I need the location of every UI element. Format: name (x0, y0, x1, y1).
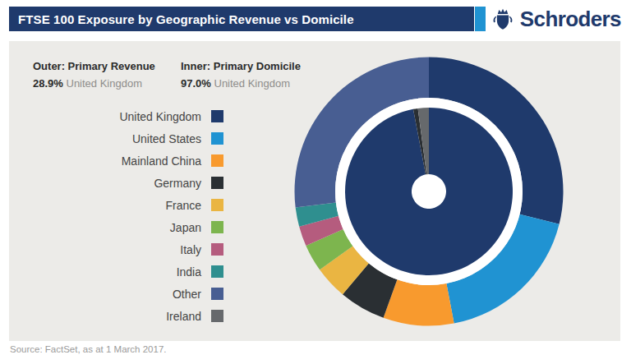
schroders-logo: Schroders (491, 6, 621, 32)
source-note: Source: FactSet, as at 1 March 2017. (10, 344, 167, 354)
legend-item-italy: Italy (9, 243, 223, 256)
legend-label: Ireland (166, 310, 201, 323)
outer-ring-stat-country: United Kingdom (67, 77, 143, 90)
legend-item-mainland-china: Mainland China (9, 154, 223, 167)
legend-swatch (211, 199, 223, 211)
legend-item-united-states: United States (9, 132, 223, 145)
legend: United KingdomUnited StatesMainland Chin… (9, 110, 223, 332)
header-bar: FTSE 100 Exposure by Geographic Revenue … (9, 7, 474, 31)
inner-ring-stat-value: 97.0% (181, 77, 211, 90)
legend-swatch (211, 288, 223, 300)
legend-label: United States (132, 132, 201, 145)
legend-label: Italy (180, 243, 201, 256)
legend-label: France (165, 199, 201, 212)
legend-label: India (177, 265, 201, 279)
chart-area (289, 52, 569, 331)
inner-ring-stat-line: 97.0% United Kingdom (181, 78, 301, 89)
legend-swatch (211, 221, 223, 233)
outer-ring-stat: Outer: Primary Revenue 28.9% United King… (33, 61, 155, 89)
legend-swatch (211, 132, 223, 145)
legend-swatch (211, 110, 223, 122)
header-accent-stripe (475, 7, 486, 31)
outer-ring-stat-value: 28.9% (33, 77, 63, 90)
brand-wordmark: Schroders (520, 6, 621, 32)
chart-panel: Outer: Primary Revenue 28.9% United King… (9, 41, 620, 341)
legend-swatch (211, 265, 223, 278)
legend-swatch (211, 154, 223, 167)
legend-item-ireland: Ireland (9, 310, 223, 322)
legend-item-other: Other (9, 288, 223, 300)
legend-item-germany: Germany (9, 177, 223, 189)
legend-swatch (211, 243, 223, 256)
inner-ring-stat: Inner: Primary Domicile 97.0% United Kin… (181, 61, 301, 89)
legend-label: Mainland China (122, 154, 201, 168)
legend-label: Germany (154, 177, 201, 190)
legend-label: Japan (170, 221, 201, 234)
legend-item-japan: Japan (9, 221, 223, 233)
legend-item-france: France (9, 199, 223, 211)
donut-chart (289, 52, 569, 331)
page-title: FTSE 100 Exposure by Geographic Revenue … (18, 12, 354, 26)
schroders-crest-icon (491, 7, 515, 31)
legend-item-united-kingdom: United Kingdom (9, 110, 223, 122)
legend-swatch (211, 177, 223, 189)
outer-ring-stat-line: 28.9% United Kingdom (33, 78, 155, 89)
legend-swatch (211, 310, 223, 322)
inner-ring-stat-country: United Kingdom (214, 77, 291, 90)
legend-label: Other (173, 288, 201, 301)
inner-ring-stat-label: Inner: Primary Domicile (181, 61, 301, 71)
legend-label: United Kingdom (119, 110, 201, 123)
legend-item-india: India (9, 265, 223, 278)
outer-ring-stat-label: Outer: Primary Revenue (33, 61, 155, 71)
